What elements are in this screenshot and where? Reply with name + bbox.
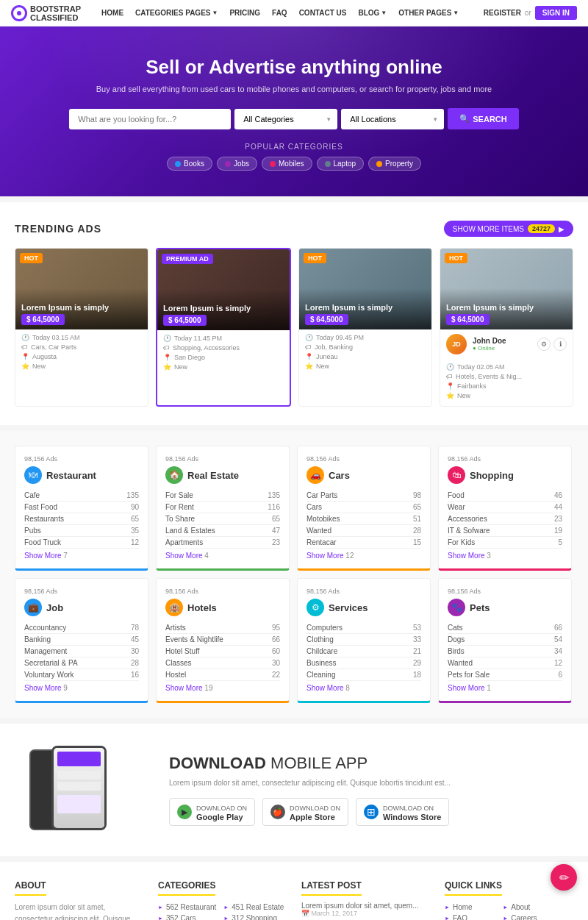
cat-list-item[interactable]: Pets for Sale 6 — [448, 669, 562, 681]
category-select[interactable]: All Categories — [234, 109, 337, 129]
category-card[interactable]: 98,156 Ads 🏨 Hotels Artists 95 Events & … — [156, 578, 290, 703]
show-more-link[interactable]: Show More 4 — [165, 552, 280, 560]
cat-list-item[interactable]: Wanted 12 — [448, 657, 562, 669]
cat-list-item[interactable]: Restaurants 65 — [24, 513, 139, 525]
cat-list-item[interactable]: Management 30 — [24, 646, 139, 657]
cat-list-item[interactable]: Rentacar 15 — [306, 537, 421, 549]
ad-card[interactable]: HOT Lorem Ipsum is simply $ 64,5000 JD J… — [440, 248, 573, 407]
cat-list-item[interactable]: Wanted 28 — [306, 525, 421, 537]
search-input[interactable] — [69, 109, 231, 129]
apple-store-button[interactable]: 🍎 DOWNLOAD ON Apple Store — [262, 798, 348, 826]
footer-cat-item[interactable]: 562 Restaurant — [158, 902, 216, 913]
cat-list-item[interactable]: Cars 65 — [306, 502, 421, 513]
brand[interactable]: BOOTSTRAPCLASSIFIED — [11, 4, 81, 22]
fab-button[interactable]: ✏ — [551, 864, 577, 891]
cat-list-item[interactable]: Dogs 54 — [448, 634, 562, 646]
cat-list-item[interactable]: Motobikes 51 — [306, 513, 421, 525]
cat-list-item[interactable]: For Kids 5 — [448, 537, 562, 549]
cat-tag-books[interactable]: Books — [167, 157, 212, 171]
nav-home[interactable]: HOME — [96, 0, 129, 26]
cat-list-item[interactable]: Cats 66 — [448, 622, 562, 634]
windows-store-button[interactable]: ⊞ DOWNLOAD ON Windows Store — [356, 798, 449, 826]
cat-list-item[interactable]: Voluntary Work 16 — [24, 669, 139, 681]
cat-list-item[interactable]: Birds 34 — [448, 646, 562, 657]
cat-list-item[interactable]: Artists 95 — [165, 622, 280, 634]
ad-card-featured[interactable]: Premium Ad Lorem Ipsum is simply $ 64,50… — [156, 248, 291, 407]
cat-tag-property[interactable]: Property — [368, 157, 421, 171]
register-button[interactable]: REGISTER — [484, 9, 521, 17]
show-more-link[interactable]: Show More 8 — [306, 684, 421, 692]
show-more-link[interactable]: Show More 12 — [306, 552, 421, 560]
category-card[interactable]: 98,156 Ads 🐾 Pets Cats 66 Dogs 54 Birds … — [438, 578, 572, 703]
cat-list-item[interactable]: For Rent 116 — [165, 502, 280, 513]
show-more-button[interactable]: SHOW MORE ITEMS 24727 ▶ — [444, 221, 573, 237]
nav-other[interactable]: OTHER PAGES ▼ — [392, 0, 465, 26]
quick-link-item[interactable]: Home — [445, 902, 495, 913]
cat-tag-jobs[interactable]: Jobs — [217, 157, 257, 171]
info-icon[interactable]: ℹ — [553, 338, 567, 351]
cat-tag-mobiles[interactable]: Mobiles — [262, 157, 312, 171]
show-more-link[interactable]: Show More 1 — [448, 684, 562, 692]
footer-cat-item[interactable]: 312 Shopping — [223, 913, 284, 920]
cat-list-item[interactable]: Food 46 — [448, 490, 562, 502]
ad-card[interactable]: HOT Lorem Ipsum is simply $ 64,5000 🕐Tod… — [298, 248, 432, 407]
cat-list-item[interactable]: Accessories 23 — [448, 513, 562, 525]
nav-blog[interactable]: BLOG ▼ — [352, 0, 392, 26]
cat-list-item[interactable]: Food Truck 12 — [24, 537, 139, 549]
post-title[interactable]: Lorem ipsum dolor sit amet, quem... — [301, 902, 430, 910]
cat-list-item[interactable]: Accountancy 78 — [24, 622, 139, 634]
cat-list-item[interactable]: Pubs 35 — [24, 525, 139, 537]
quick-link-item[interactable]: FAQ — [445, 913, 495, 920]
cat-list-item[interactable]: Childcare 21 — [306, 646, 421, 657]
nav-pricing[interactable]: PRICING — [223, 0, 266, 26]
cat-list-item[interactable]: Secretarial & PA 28 — [24, 657, 139, 669]
cat-list-item[interactable]: Classes 30 — [165, 657, 280, 669]
settings-icon[interactable]: ⚙ — [537, 338, 551, 351]
signin-button[interactable]: SIGN IN — [535, 6, 577, 20]
cat-list-item[interactable]: Car Parts 98 — [306, 490, 421, 502]
cat-list-item[interactable]: Cleaning 18 — [306, 669, 421, 681]
quick-link-item[interactable]: Careers — [503, 913, 569, 920]
cat-list-item[interactable]: Fast Food 90 — [24, 502, 139, 513]
cat-list-item[interactable]: Hotel Stuff 60 — [165, 646, 280, 657]
quick-link-item[interactable]: About — [503, 902, 569, 913]
category-card[interactable]: 98,156 Ads 🏠 Real Estate For Sale 135 Fo… — [156, 446, 290, 571]
cat-list-item[interactable]: Banking 45 — [24, 634, 139, 646]
star-icon: ⭐ — [446, 392, 454, 399]
nav-contact[interactable]: CONTACT US — [293, 0, 353, 26]
cat-list-item[interactable]: Clothing 33 — [306, 634, 421, 646]
search-button[interactable]: 🔍 SEARCH — [448, 108, 518, 129]
cat-list-item[interactable]: For Sale 135 — [165, 490, 280, 502]
cat-list-item[interactable]: Cafe 135 — [24, 490, 139, 502]
cat-list-item[interactable]: Hostel 22 — [165, 669, 280, 681]
cat-list-item[interactable]: Business 29 — [306, 657, 421, 669]
cat-tag-laptop[interactable]: Laptop — [317, 157, 365, 171]
location-select[interactable]: All Locations — [341, 109, 444, 129]
clock-icon: 🕐 — [446, 363, 454, 371]
show-more-label: SHOW MORE ITEMS — [453, 225, 524, 233]
cat-list-item[interactable]: Wear 44 — [448, 502, 562, 513]
show-more-link[interactable]: Show More 9 — [24, 684, 139, 692]
category-card[interactable]: 98,156 Ads 🍽 Restaurant Cafe 135 Fast Fo… — [15, 446, 148, 571]
google-play-button[interactable]: ▶ DOWNLOAD ON Google Play — [169, 798, 255, 826]
category-card[interactable]: 98,156 Ads 🛍 Shopping Food 46 Wear 44 Ac… — [438, 446, 572, 571]
cat-list-item[interactable]: Events & Nightlife 66 — [165, 634, 280, 646]
category-card[interactable]: 98,156 Ads 💼 Job Accountancy 78 Banking … — [15, 578, 148, 703]
show-more-link[interactable]: Show More 3 — [448, 552, 562, 560]
category-card[interactable]: 98,156 Ads 🚗 Cars Car Parts 98 Cars 65 M… — [297, 446, 431, 571]
category-card[interactable]: 98,156 Ads ⚙ Services Computers 53 Cloth… — [297, 578, 431, 703]
footer-cat-item[interactable]: 451 Real Estate — [223, 902, 284, 913]
phone-screen — [54, 748, 104, 828]
cat-list-item[interactable]: Computers 53 — [306, 622, 421, 634]
cat-ads-count: 98,156 Ads — [24, 455, 139, 463]
nav-faq[interactable]: FAQ — [266, 0, 293, 26]
cat-list-item[interactable]: Apartments 23 — [165, 537, 280, 549]
footer-cat-item[interactable]: 352 Cars — [158, 913, 216, 920]
show-more-link[interactable]: Show More 19 — [165, 684, 280, 692]
cat-list-item[interactable]: To Share 65 — [165, 513, 280, 525]
cat-list-item[interactable]: IT & Sofware 19 — [448, 525, 562, 537]
nav-categories[interactable]: CATEGORIES PAGES ▼ — [129, 0, 223, 26]
cat-list-item[interactable]: Land & Estates 47 — [165, 525, 280, 537]
show-more-link[interactable]: Show More 7 — [24, 552, 139, 560]
ad-card[interactable]: HOT Lorem Ipsum is simply $ 64,5000 🕐Tod… — [15, 248, 148, 407]
